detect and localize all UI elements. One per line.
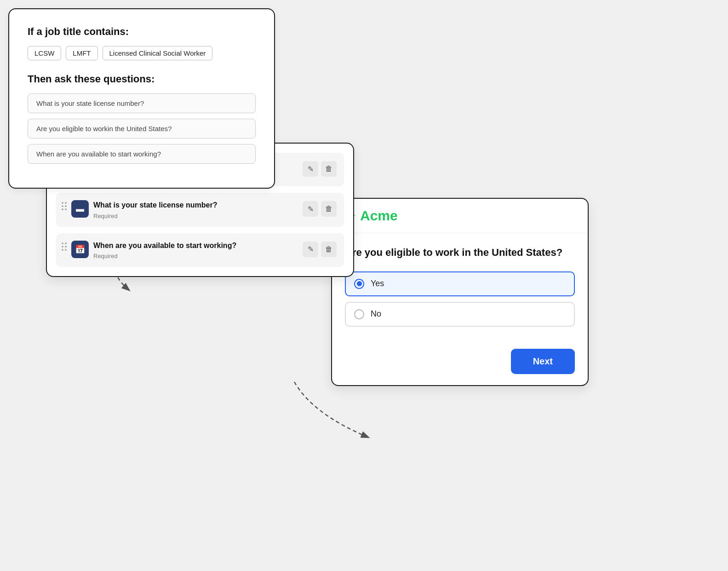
- preview-card: ✦ Acme Are you eligible to work in the U…: [331, 198, 589, 386]
- answer-yes-label: Yes: [371, 279, 384, 288]
- tag-lmft[interactable]: LMFT: [66, 46, 97, 60]
- preview-question-text: Are you eligible to work in the United S…: [345, 246, 575, 260]
- question-icon-3: 📅: [71, 241, 89, 258]
- tag-licensed-clinical[interactable]: Licensed Clinical Social Worker: [103, 46, 213, 60]
- question-item-3: 📅 When are you available to start workin…: [56, 233, 344, 267]
- drag-handle-3[interactable]: [62, 241, 67, 251]
- rule-question-2: Are you eligible to workin the United St…: [28, 119, 256, 138]
- question-meta-2: Required: [93, 213, 298, 219]
- preview-header: ✦ Acme: [332, 199, 588, 233]
- answer-option-no[interactable]: No: [345, 302, 575, 327]
- radio-yes-icon: [354, 279, 364, 289]
- acme-logo-text: Acme: [360, 208, 398, 224]
- question-item-2: ▬ What is your state license number? Req…: [56, 193, 344, 226]
- radio-no-icon: [354, 309, 364, 319]
- rule-question-3: When are you available to start working?: [28, 144, 256, 164]
- tag-row: LCSW LMFT Licensed Clinical Social Worke…: [28, 46, 256, 60]
- edit-button-1[interactable]: ✎: [303, 161, 318, 177]
- rule-card-title: If a job title contains:: [28, 26, 256, 38]
- question-actions-3: ✎ 🗑: [303, 241, 337, 257]
- answer-no-label: No: [371, 309, 381, 319]
- delete-button-3[interactable]: 🗑: [321, 242, 337, 257]
- rule-card: If a job title contains: LCSW LMFT Licen…: [8, 8, 275, 189]
- edit-button-2[interactable]: ✎: [303, 201, 318, 217]
- drag-handle-2[interactable]: [62, 200, 67, 210]
- preview-footer: Next: [332, 341, 588, 385]
- question-text-2: What is your state license number?: [93, 200, 298, 210]
- question-content-3: When are you available to start working?…: [93, 241, 298, 260]
- question-actions-2: ✎ 🗑: [303, 200, 337, 217]
- tag-lcsw[interactable]: LCSW: [28, 46, 61, 60]
- answer-option-yes[interactable]: Yes: [345, 271, 575, 296]
- preview-body: Are you eligible to work in the United S…: [332, 233, 588, 341]
- question-content-2: What is your state license number? Requi…: [93, 200, 298, 219]
- rule-question-1: What is your state license number?: [28, 93, 256, 113]
- delete-button-1[interactable]: 🗑: [321, 161, 337, 177]
- question-meta-3: Required: [93, 253, 298, 260]
- rule-card-subtitle: Then ask these questions:: [28, 73, 256, 85]
- edit-button-3[interactable]: ✎: [303, 242, 318, 257]
- next-button[interactable]: Next: [511, 349, 575, 374]
- question-actions-1: ✎ 🗑: [303, 160, 337, 177]
- question-icon-2: ▬: [71, 200, 89, 218]
- delete-button-2[interactable]: 🗑: [321, 201, 337, 217]
- radio-yes-inner: [357, 281, 362, 286]
- question-text-3: When are you available to start working?: [93, 241, 298, 251]
